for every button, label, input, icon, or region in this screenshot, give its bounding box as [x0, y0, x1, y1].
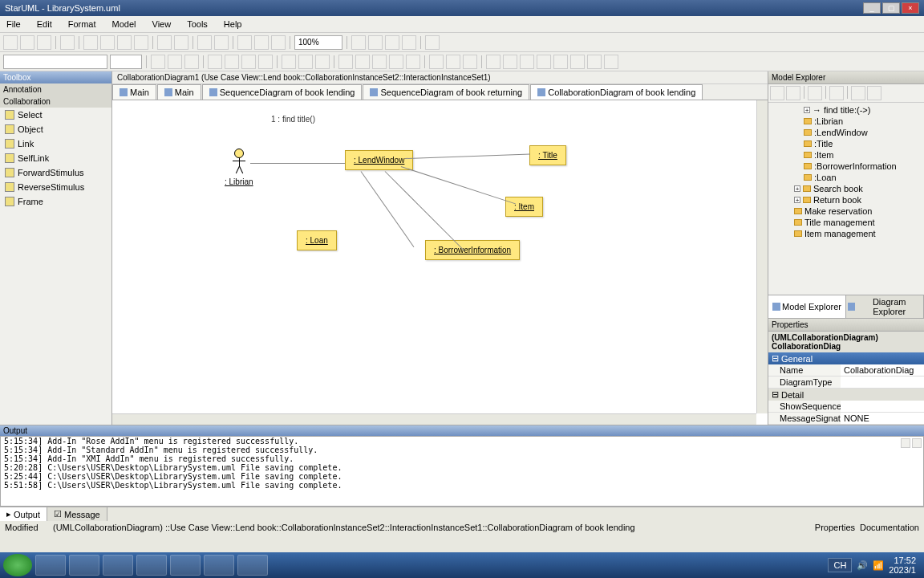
line-icon[interactable]: [298, 55, 313, 69]
prop-group-general[interactable]: ⊟General: [768, 352, 924, 364]
layout4-icon[interactable]: [389, 55, 403, 69]
start-button[interactable]: [3, 554, 32, 576]
dist1-icon[interactable]: [486, 55, 500, 69]
select-icon[interactable]: [214, 35, 229, 50]
sort2-icon[interactable]: [786, 86, 800, 100]
link-lendwindow-loan[interactable]: [361, 171, 415, 247]
tab-seq2[interactable]: SequenceDiagram of book returning: [363, 84, 529, 100]
dist6-icon[interactable]: [570, 55, 585, 69]
pin-icon[interactable]: [901, 438, 910, 448]
align3-icon[interactable]: [241, 55, 256, 69]
link-lendwindow-title[interactable]: [405, 154, 530, 159]
close-icon[interactable]: [912, 438, 922, 448]
redo-icon[interactable]: [174, 35, 188, 50]
toolbox-link[interactable]: Link: [0, 136, 111, 151]
taskbar-photos-icon[interactable]: [170, 555, 201, 576]
link-lendwindow-item[interactable]: [401, 166, 516, 204]
group1-icon[interactable]: [429, 55, 444, 69]
tree-item[interactable]: :Title: [770, 138, 922, 149]
print-icon[interactable]: [60, 35, 75, 50]
sort1-icon[interactable]: [770, 86, 784, 100]
language-indicator[interactable]: CH: [828, 558, 852, 572]
layout1-icon[interactable]: [338, 55, 353, 69]
diagram-canvas[interactable]: 1 : find title() : Librian : LendWindow …: [112, 100, 768, 425]
cut-icon[interactable]: [83, 35, 98, 50]
fill-icon[interactable]: [282, 55, 296, 69]
tray-volume-icon[interactable]: 🔊: [857, 560, 868, 571]
dist7-icon[interactable]: [587, 55, 602, 69]
new-icon[interactable]: [3, 35, 18, 50]
italic-icon[interactable]: [168, 55, 182, 69]
layout3-icon[interactable]: [372, 55, 387, 69]
align4-icon[interactable]: [258, 55, 273, 69]
group3-icon[interactable]: [463, 55, 477, 69]
toolbox-forward[interactable]: ForwardStimulus: [0, 165, 111, 180]
prop-group-detail[interactable]: ⊟Detail: [768, 389, 924, 401]
bold-icon[interactable]: [151, 55, 165, 69]
minimize-button[interactable]: _: [863, 2, 881, 14]
tab-main1[interactable]: Main: [112, 84, 156, 100]
delete-icon[interactable]: [134, 35, 148, 50]
tool2-icon[interactable]: [254, 35, 269, 50]
tab-message[interactable]: ☑Message: [47, 507, 107, 521]
toolbox-reverse[interactable]: ReverseStimulus: [0, 180, 111, 194]
filter-icon[interactable]: [808, 86, 822, 100]
toolbox-group-collaboration[interactable]: Collaboration: [0, 96, 111, 108]
diagram-icon[interactable]: [237, 35, 252, 50]
zoomin-icon[interactable]: [351, 35, 366, 50]
tree-item[interactable]: +Search book: [770, 183, 922, 194]
zoomout-icon[interactable]: [368, 35, 383, 50]
down-icon[interactable]: [867, 86, 881, 100]
open-icon[interactable]: [20, 35, 34, 50]
toolbox-selflink[interactable]: SelfLink: [0, 151, 111, 165]
menu-help[interactable]: Help: [221, 18, 245, 31]
taskbar-staruml-icon[interactable]: [237, 555, 268, 576]
link-actor-lendwindow[interactable]: [250, 163, 345, 164]
object-borrowerinfo[interactable]: : BorrowerInformation: [425, 240, 520, 260]
tab-output[interactable]: ▸Output: [0, 507, 47, 521]
align2-icon[interactable]: [225, 55, 239, 69]
linestyle-icon[interactable]: [315, 55, 330, 69]
tree-item[interactable]: Title management: [770, 217, 922, 228]
dist3-icon[interactable]: [520, 55, 534, 69]
prop-row-msgsig[interactable]: MessageSignatur NONE: [768, 413, 924, 425]
tree-item[interactable]: :Librian: [770, 116, 922, 127]
toolbox-frame[interactable]: Frame: [0, 194, 111, 209]
actor-librian[interactable]: : Librian: [225, 149, 253, 186]
object-loan[interactable]: : Loan: [297, 230, 337, 250]
tree-item[interactable]: Item management: [770, 228, 922, 239]
prop-row-name[interactable]: Name CollaborationDiag: [768, 364, 924, 377]
menu-edit[interactable]: Edit: [34, 18, 55, 31]
menu-tools[interactable]: Tools: [184, 18, 211, 31]
status-documentation[interactable]: Documentation: [860, 523, 919, 532]
menu-format[interactable]: Format: [65, 18, 99, 31]
canvas-scrollbar-horizontal[interactable]: [112, 413, 756, 425]
copy-icon[interactable]: [100, 35, 115, 50]
taskbar-explorer-icon[interactable]: [35, 555, 66, 576]
object-title[interactable]: : Title: [529, 145, 566, 165]
group2-icon[interactable]: [446, 55, 460, 69]
tab-seq1[interactable]: SequenceDiagram of book lending: [202, 84, 363, 100]
align1-icon[interactable]: [208, 55, 222, 69]
dist8-icon[interactable]: [604, 55, 618, 69]
layout2-icon[interactable]: [355, 55, 370, 69]
maximize-button[interactable]: ▢: [882, 2, 900, 14]
color-icon[interactable]: [184, 55, 199, 69]
dist4-icon[interactable]: [537, 55, 551, 69]
taskbar-media-icon[interactable]: [69, 555, 99, 576]
find-icon[interactable]: [197, 35, 212, 50]
dist5-icon[interactable]: [553, 55, 568, 69]
tree-item[interactable]: + → find title:(->): [770, 104, 922, 116]
prop-row-showseq[interactable]: ShowSequenceNu: [768, 401, 924, 413]
model-tree[interactable]: + → find title:(->) :Librian :LendWindow…: [768, 103, 924, 295]
up-icon[interactable]: [851, 86, 865, 100]
taskbar-chrome-icon[interactable]: [103, 555, 133, 576]
tool3-icon[interactable]: [271, 35, 286, 50]
taskbar-app1-icon[interactable]: [204, 555, 234, 576]
tray-network-icon[interactable]: 📶: [873, 560, 884, 571]
zoomfit-icon[interactable]: [385, 35, 399, 50]
canvas-scrollbar-vertical[interactable]: [756, 100, 768, 413]
object-item[interactable]: : Item: [505, 197, 543, 217]
tab-diagram-explorer[interactable]: Diagram Explorer: [846, 295, 924, 318]
zoom100-icon[interactable]: [402, 35, 416, 50]
